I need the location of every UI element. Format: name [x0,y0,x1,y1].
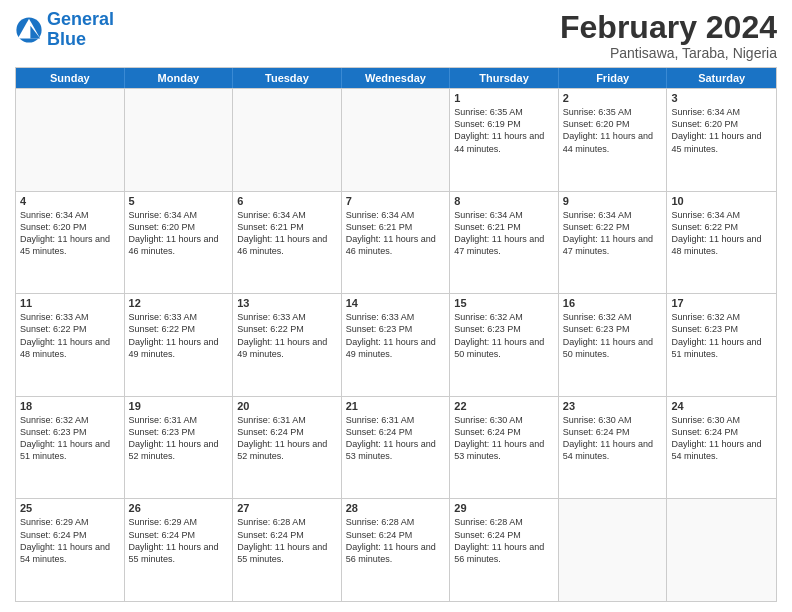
calendar-cell: 21Sunrise: 6:31 AM Sunset: 6:24 PM Dayli… [342,397,451,499]
day-number: 15 [454,297,554,309]
calendar-cell: 24Sunrise: 6:30 AM Sunset: 6:24 PM Dayli… [667,397,776,499]
day-number: 4 [20,195,120,207]
page: General Blue February 2024 Pantisawa, Ta… [0,0,792,612]
calendar-cell [125,89,234,191]
day-number: 26 [129,502,229,514]
calendar-cell [233,89,342,191]
day-info: Sunrise: 6:32 AM Sunset: 6:23 PM Dayligh… [563,311,663,360]
day-info: Sunrise: 6:33 AM Sunset: 6:23 PM Dayligh… [346,311,446,360]
day-number: 28 [346,502,446,514]
day-info: Sunrise: 6:29 AM Sunset: 6:24 PM Dayligh… [20,516,120,565]
day-header-thursday: Thursday [450,68,559,88]
day-info: Sunrise: 6:28 AM Sunset: 6:24 PM Dayligh… [454,516,554,565]
day-number: 17 [671,297,772,309]
calendar-cell: 25Sunrise: 6:29 AM Sunset: 6:24 PM Dayli… [16,499,125,601]
day-info: Sunrise: 6:34 AM Sunset: 6:22 PM Dayligh… [563,209,663,258]
calendar-cell: 9Sunrise: 6:34 AM Sunset: 6:22 PM Daylig… [559,192,668,294]
calendar-cell: 22Sunrise: 6:30 AM Sunset: 6:24 PM Dayli… [450,397,559,499]
day-number: 24 [671,400,772,412]
day-number: 9 [563,195,663,207]
day-number: 6 [237,195,337,207]
header: General Blue February 2024 Pantisawa, Ta… [15,10,777,61]
calendar-cell: 26Sunrise: 6:29 AM Sunset: 6:24 PM Dayli… [125,499,234,601]
calendar-header: SundayMondayTuesdayWednesdayThursdayFrid… [16,68,776,88]
calendar-cell: 29Sunrise: 6:28 AM Sunset: 6:24 PM Dayli… [450,499,559,601]
day-info: Sunrise: 6:34 AM Sunset: 6:22 PM Dayligh… [671,209,772,258]
day-number: 22 [454,400,554,412]
day-number: 7 [346,195,446,207]
calendar-cell: 15Sunrise: 6:32 AM Sunset: 6:23 PM Dayli… [450,294,559,396]
day-info: Sunrise: 6:35 AM Sunset: 6:19 PM Dayligh… [454,106,554,155]
day-info: Sunrise: 6:32 AM Sunset: 6:23 PM Dayligh… [454,311,554,360]
logo-text: General Blue [47,10,114,50]
day-number: 18 [20,400,120,412]
day-info: Sunrise: 6:32 AM Sunset: 6:23 PM Dayligh… [20,414,120,463]
day-number: 13 [237,297,337,309]
day-number: 29 [454,502,554,514]
calendar-week-5: 25Sunrise: 6:29 AM Sunset: 6:24 PM Dayli… [16,498,776,601]
day-header-wednesday: Wednesday [342,68,451,88]
day-header-monday: Monday [125,68,234,88]
calendar-week-1: 1Sunrise: 6:35 AM Sunset: 6:19 PM Daylig… [16,88,776,191]
logo-general: General [47,9,114,29]
day-number: 10 [671,195,772,207]
day-info: Sunrise: 6:30 AM Sunset: 6:24 PM Dayligh… [454,414,554,463]
day-number: 14 [346,297,446,309]
day-number: 27 [237,502,337,514]
main-title: February 2024 [560,10,777,45]
day-info: Sunrise: 6:33 AM Sunset: 6:22 PM Dayligh… [129,311,229,360]
day-header-friday: Friday [559,68,668,88]
calendar-cell: 3Sunrise: 6:34 AM Sunset: 6:20 PM Daylig… [667,89,776,191]
calendar-cell: 4Sunrise: 6:34 AM Sunset: 6:20 PM Daylig… [16,192,125,294]
day-number: 23 [563,400,663,412]
calendar-cell: 2Sunrise: 6:35 AM Sunset: 6:20 PM Daylig… [559,89,668,191]
day-info: Sunrise: 6:30 AM Sunset: 6:24 PM Dayligh… [563,414,663,463]
calendar-cell: 5Sunrise: 6:34 AM Sunset: 6:20 PM Daylig… [125,192,234,294]
title-area: February 2024 Pantisawa, Taraba, Nigeria [560,10,777,61]
day-info: Sunrise: 6:33 AM Sunset: 6:22 PM Dayligh… [20,311,120,360]
calendar: SundayMondayTuesdayWednesdayThursdayFrid… [15,67,777,602]
calendar-cell: 23Sunrise: 6:30 AM Sunset: 6:24 PM Dayli… [559,397,668,499]
day-info: Sunrise: 6:31 AM Sunset: 6:24 PM Dayligh… [237,414,337,463]
calendar-cell: 8Sunrise: 6:34 AM Sunset: 6:21 PM Daylig… [450,192,559,294]
day-number: 5 [129,195,229,207]
day-info: Sunrise: 6:30 AM Sunset: 6:24 PM Dayligh… [671,414,772,463]
day-info: Sunrise: 6:34 AM Sunset: 6:21 PM Dayligh… [346,209,446,258]
day-info: Sunrise: 6:28 AM Sunset: 6:24 PM Dayligh… [346,516,446,565]
calendar-cell [342,89,451,191]
calendar-cell: 1Sunrise: 6:35 AM Sunset: 6:19 PM Daylig… [450,89,559,191]
day-info: Sunrise: 6:33 AM Sunset: 6:22 PM Dayligh… [237,311,337,360]
day-number: 11 [20,297,120,309]
day-number: 12 [129,297,229,309]
day-number: 8 [454,195,554,207]
calendar-cell: 27Sunrise: 6:28 AM Sunset: 6:24 PM Dayli… [233,499,342,601]
calendar-cell: 18Sunrise: 6:32 AM Sunset: 6:23 PM Dayli… [16,397,125,499]
day-info: Sunrise: 6:29 AM Sunset: 6:24 PM Dayligh… [129,516,229,565]
calendar-cell: 10Sunrise: 6:34 AM Sunset: 6:22 PM Dayli… [667,192,776,294]
day-number: 2 [563,92,663,104]
calendar-week-2: 4Sunrise: 6:34 AM Sunset: 6:20 PM Daylig… [16,191,776,294]
logo-blue: Blue [47,29,86,49]
day-info: Sunrise: 6:34 AM Sunset: 6:21 PM Dayligh… [237,209,337,258]
calendar-cell: 14Sunrise: 6:33 AM Sunset: 6:23 PM Dayli… [342,294,451,396]
day-header-sunday: Sunday [16,68,125,88]
logo-icon [15,16,43,44]
day-number: 3 [671,92,772,104]
calendar-cell: 7Sunrise: 6:34 AM Sunset: 6:21 PM Daylig… [342,192,451,294]
day-info: Sunrise: 6:34 AM Sunset: 6:20 PM Dayligh… [671,106,772,155]
day-info: Sunrise: 6:28 AM Sunset: 6:24 PM Dayligh… [237,516,337,565]
calendar-week-4: 18Sunrise: 6:32 AM Sunset: 6:23 PM Dayli… [16,396,776,499]
calendar-cell: 12Sunrise: 6:33 AM Sunset: 6:22 PM Dayli… [125,294,234,396]
calendar-body: 1Sunrise: 6:35 AM Sunset: 6:19 PM Daylig… [16,88,776,601]
day-header-saturday: Saturday [667,68,776,88]
day-number: 16 [563,297,663,309]
day-number: 19 [129,400,229,412]
day-info: Sunrise: 6:31 AM Sunset: 6:24 PM Dayligh… [346,414,446,463]
subtitle: Pantisawa, Taraba, Nigeria [560,45,777,61]
calendar-cell: 16Sunrise: 6:32 AM Sunset: 6:23 PM Dayli… [559,294,668,396]
calendar-cell: 11Sunrise: 6:33 AM Sunset: 6:22 PM Dayli… [16,294,125,396]
day-info: Sunrise: 6:32 AM Sunset: 6:23 PM Dayligh… [671,311,772,360]
day-info: Sunrise: 6:35 AM Sunset: 6:20 PM Dayligh… [563,106,663,155]
calendar-cell: 28Sunrise: 6:28 AM Sunset: 6:24 PM Dayli… [342,499,451,601]
calendar-cell [559,499,668,601]
